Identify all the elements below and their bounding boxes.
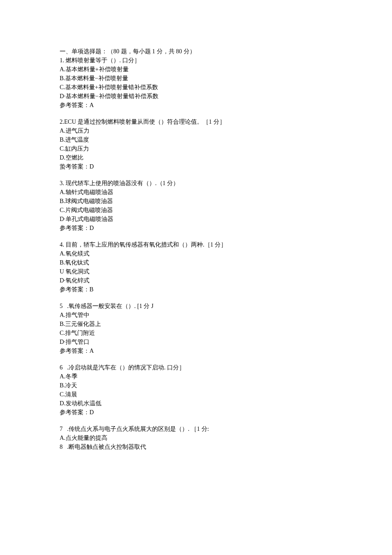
question-6: 6 .冷启动就是汽车在（）的情况下启动. 口分］ A.冬季 B.冷天 C.清晨 … xyxy=(60,363,332,417)
option-b: B.进气温度 xyxy=(60,135,332,144)
option-a: A.氧化镁式 xyxy=(60,249,332,258)
question-2: 2.ECU 是通过控制燃料喷射量从而使（）符合理论值。［1 分］ A.进气压力 … xyxy=(60,117,332,171)
option-b: B.氧化钛式 xyxy=(60,258,332,267)
question-1: 1. 燃料喷射量等于（）. 口分］ A.基本燃料量+补偿喷射量 B.基本燃料量−… xyxy=(60,56,332,110)
option-c: C.基本燃料量+补偿喷射量错补偿系数 xyxy=(60,83,332,92)
question-3: 3. 现代轿车上使用的喷油器没有（）.（1 分） A.轴针式电磁喷油器 B.球阀… xyxy=(60,179,332,232)
option-a: A.基本燃料量+补偿喷射量 xyxy=(60,65,332,74)
question-5: 5 .氧传感器一般安装在（）. [1 分 J A.排气管中 B.三元催化器上 C… xyxy=(60,302,332,355)
option-d: D·排气管口 xyxy=(60,337,332,346)
option-c: U 氧化洞式 xyxy=(60,267,332,276)
question-stem: 5 .氧传感器一般安装在（）. [1 分 J xyxy=(60,302,332,311)
question-stem: 7 .传统点火系与电子点火系统展大的区别是（）. ［1 分: xyxy=(60,424,332,433)
option-a: A.轴针式电磁喷油器 xyxy=(60,188,332,197)
option-d: D·单孔式电磁喷油器 xyxy=(60,215,332,224)
option-b: 8 .断电器触点被点火控制器取代 xyxy=(60,442,332,451)
question-stem: 1. 燃料喷射量等于（）. 口分］ xyxy=(60,56,332,65)
question-7: 7 .传统点火系与电子点火系统展大的区别是（）. ［1 分: A.点火能量的提高… xyxy=(60,424,332,451)
question-stem: 2.ECU 是通过控制燃料喷射量从而使（）符合理论值。［1 分］ xyxy=(60,117,332,126)
document-page: 一、单项选择题：（80 题，每小题 1 分，共 80 分） 1. 燃料喷射量等于… xyxy=(0,0,392,555)
question-stem: 3. 现代轿车上使用的喷油器没有（）.（1 分） xyxy=(60,179,332,188)
option-c: C.缸内压力 xyxy=(60,144,332,153)
question-stem: 4. 目前，轿车上应用的氧传感器有氧化措式和（）两种.［1 分］ xyxy=(60,240,332,249)
option-a: A.点火能量的提高 xyxy=(60,433,332,442)
option-b: B.三元催化器上 xyxy=(60,320,332,328)
option-c: C.片阀式电磁喷油器 xyxy=(60,206,332,215)
option-c: C.排气门附近 xyxy=(60,328,332,337)
option-d: D.空燃比 xyxy=(60,153,332,162)
option-d: D·氧化锌式 xyxy=(60,276,332,285)
option-a: A.进气压力 xyxy=(60,126,332,135)
question-stem: 6 .冷启动就是汽车在（）的情况下启动. 口分］ xyxy=(60,363,332,372)
option-a: A.冬季 xyxy=(60,372,332,381)
answer: 参考答案：D xyxy=(60,408,332,417)
option-b: B.球阀式电磁喷油器 xyxy=(60,197,332,206)
answer: 参考答案：A xyxy=(60,101,332,110)
option-c: C.清晨 xyxy=(60,390,332,399)
option-a: A.排气管中 xyxy=(60,311,332,320)
option-b: B.冷天 xyxy=(60,381,332,390)
option-b: B.基本燃料量−补偿喷射量 xyxy=(60,74,332,83)
option-d: D.发动机水温低 xyxy=(60,399,332,408)
option-d: D·基本燃料量−补偿喷射量错补偿系数 xyxy=(60,92,332,101)
answer: 参考答案：A xyxy=(60,346,332,355)
answer: 参考答案：D xyxy=(60,224,332,232)
answer: 参考答案：B xyxy=(60,285,332,294)
answer: 蛰考答案：D xyxy=(60,162,332,171)
section-header: 一、单项选择题：（80 题，每小题 1 分，共 80 分） xyxy=(60,47,332,56)
question-4: 4. 目前，轿车上应用的氧传感器有氧化措式和（）两种.［1 分］ A.氧化镁式 … xyxy=(60,240,332,294)
